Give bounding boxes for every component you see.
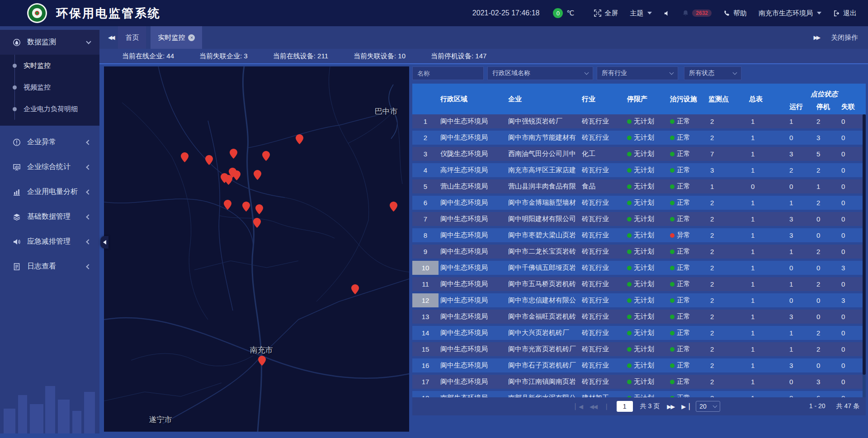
map-pin-icon[interactable] <box>221 173 228 183</box>
table-row[interactable]: 5营山生态环境局营山县润丰肉食品有限食品无计划正常10010 <box>412 179 866 193</box>
sidebar-group-6[interactable]: 日志查看 <box>0 254 99 279</box>
map-pin-icon[interactable] <box>351 284 359 294</box>
map-pin-icon[interactable] <box>242 202 250 212</box>
name-filter-field[interactable] <box>412 66 484 80</box>
map-city-label: 遂宁市 <box>149 414 172 425</box>
cell-industry: 食品 <box>580 182 625 191</box>
table-row[interactable]: 16阆中生态环境局阆中市石子页岩机砖厂砖瓦行业无计划正常21300 <box>412 358 866 372</box>
bell-icon <box>682 9 689 17</box>
panel-collapse-handle[interactable] <box>100 236 108 249</box>
sidebar-item-0-1[interactable]: 视频监控 <box>0 76 99 98</box>
cell-stop: 0 <box>813 362 838 369</box>
tab-0[interactable]: 首页 <box>118 26 146 49</box>
sidebar-group-4[interactable]: 基础数据管理 <box>0 204 99 229</box>
tabs-scroll-left-icon[interactable]: ◀◀ <box>108 34 113 41</box>
sidebar-group-5[interactable]: 应急减排管理 <box>0 229 99 254</box>
status-filter-select[interactable]: 所有状态 <box>684 66 741 80</box>
status-dot-icon <box>670 363 675 368</box>
map-pin-icon[interactable] <box>224 200 231 210</box>
table-row[interactable]: 10阆中生态环境局阆中千佛镇五郎垭页岩砖瓦行业无计划正常21003 <box>412 261 866 275</box>
table-row[interactable]: 7阆中生态环境局阆中明阳建材有限公司砖瓦行业无计划正常21300 <box>412 212 866 226</box>
map-pin-icon[interactable] <box>253 218 261 228</box>
status-dot-icon <box>670 152 675 156</box>
table-row[interactable]: 8阆中生态环境局阆中市枣碧大梁山页岩砖瓦行业无计划异常21300 <box>412 228 866 242</box>
status-dot-icon <box>670 168 675 173</box>
map-pin-icon[interactable] <box>255 204 263 214</box>
logout-button[interactable]: 退出 <box>833 9 857 18</box>
scrollbar-thumb[interactable] <box>863 114 866 375</box>
cell-run: 3 <box>786 362 813 369</box>
tab-1[interactable]: 实时监控× <box>151 26 202 49</box>
map-pin-icon[interactable] <box>262 151 270 161</box>
map-pin-icon[interactable] <box>205 155 213 165</box>
cell-stop: 0 <box>813 264 838 272</box>
cell-stop: 2 <box>813 248 838 255</box>
region-filter-select[interactable]: 行政区域名称 <box>487 66 593 80</box>
prev-page-button[interactable]: ◀◀ <box>590 403 597 410</box>
cell-index: 10 <box>412 261 439 275</box>
map-panel[interactable]: 巴中市南充市遂宁市 <box>104 66 409 432</box>
first-page-button[interactable]: ▏◀ <box>575 403 582 410</box>
map-pin-icon[interactable] <box>230 149 237 159</box>
table-scrollbar[interactable] <box>863 114 866 397</box>
cell-index: 7 <box>412 212 439 226</box>
notifications-button[interactable]: 2632 <box>682 9 712 17</box>
tab-close-icon[interactable]: × <box>188 34 195 41</box>
close-operations-button[interactable]: 关闭操作 <box>831 33 858 42</box>
org-menu[interactable]: 南充市生态环境局 <box>759 9 821 18</box>
industry-filter-select[interactable]: 所有行业 <box>597 66 678 80</box>
sidebar-group-0[interactable]: 数据监测 <box>0 30 99 55</box>
sidebar-item-0-2[interactable]: 企业电力负荷明细 <box>0 98 99 120</box>
cell-monitor: 2 <box>707 362 747 369</box>
table-row[interactable]: 14阆中生态环境局阆中大兴页岩机砖厂砖瓦行业无计划正常21120 <box>412 326 866 340</box>
page-size-select[interactable]: 20 <box>696 401 720 412</box>
map-pin-icon[interactable] <box>181 152 189 162</box>
table-row[interactable]: 11阆中生态环境局阆中市五马桥页岩机砖砖瓦行业无计划正常21120 <box>412 277 866 291</box>
cell-run: 2 <box>786 166 813 174</box>
table-row[interactable]: 9阆中生态环境局阆中市二龙长宝页岩砖砖瓦行业无计划正常21120 <box>412 245 866 259</box>
help-button[interactable]: 帮助 <box>723 9 747 18</box>
map-pin-icon[interactable] <box>254 170 261 180</box>
cell-facility: 正常 <box>668 133 707 142</box>
sidebar-group-label: 企业综合统计 <box>27 162 87 172</box>
table-row[interactable]: 17阆中生态环境局阆中市江南镇阆南页岩砖瓦行业无计划正常21030 <box>412 375 866 389</box>
cell-run: 0 <box>786 264 813 272</box>
sidebar-group-2[interactable]: 企业综合统计 <box>0 155 99 179</box>
cell-company: 营山县润丰肉食品有限 <box>506 182 580 191</box>
cell-region: 南部生态环境局 <box>439 394 506 397</box>
last-page-button[interactable]: ▶▕ <box>681 403 689 410</box>
cell-lost: 0 <box>838 134 863 141</box>
cell-total: 1 <box>747 248 786 255</box>
table-row[interactable]: 4高坪生态环境局南充市高坪区王家店建砖瓦行业无计划正常31220 <box>412 163 866 177</box>
cell-plan: 无计划 <box>625 345 668 353</box>
tabs-scroll-right-icon[interactable]: ▶▶ <box>814 34 819 41</box>
fullscreen-button[interactable]: 全屏 <box>594 9 618 18</box>
theme-button[interactable]: 主题 <box>630 9 652 18</box>
table-row[interactable]: 18南部生态环境局南部县新华水泥有限公建材加工无计划正常21060 <box>412 391 866 397</box>
page-number-input[interactable] <box>617 401 633 412</box>
table-row[interactable]: 1阆中生态环境局阆中强锐页岩砖厂砖瓦行业无计划正常21120 <box>412 114 866 128</box>
alert-icon <box>13 138 21 146</box>
sidebar-group-3[interactable]: 企业用电量分析 <box>0 179 99 204</box>
cell-region: 阆中生态环境局 <box>439 296 506 305</box>
cell-monitor: 2 <box>707 297 747 304</box>
cell-total: 1 <box>747 280 786 288</box>
map-pin-icon[interactable] <box>229 168 236 178</box>
map-pin-icon[interactable] <box>390 202 397 212</box>
table-row[interactable]: 6阆中生态环境局阆中市金博瑞新型墙材砖瓦行业无计划正常21120 <box>412 196 866 210</box>
cell-company: 阆中市光富页岩机砖厂 <box>506 345 580 353</box>
table-row[interactable]: 13阆中生态环境局阆中市金福旺页岩机砖砖瓦行业无计划正常21300 <box>412 310 866 324</box>
map-pin-icon[interactable] <box>296 134 303 144</box>
table-row[interactable]: 3仪陇生态环境局西南油气田分公司川中化工无计划正常71350 <box>412 147 866 161</box>
name-filter-input[interactable] <box>417 70 479 77</box>
sidebar-item-0-0[interactable]: 实时监控 <box>0 55 99 76</box>
table-row[interactable]: 12阆中生态环境局阆中市忠信建材有限公砖瓦行业无计划正常21003 <box>412 293 866 307</box>
table-row[interactable]: 2阆中生态环境局阆中市南方节能建材有砖瓦行业无计划正常21030 <box>412 131 866 145</box>
table-row[interactable]: 15阆中生态环境局阆中市光富页岩机砖厂砖瓦行业无计划正常21120 <box>412 342 866 356</box>
next-page-button[interactable]: ▶▶ <box>667 403 674 410</box>
map-pin-icon[interactable] <box>258 356 266 366</box>
pager-divider: ❘ <box>604 403 609 410</box>
volume-button[interactable] <box>664 10 670 17</box>
sidebar-group-1[interactable]: 企业异常 <box>0 130 99 155</box>
cell-region: 阆中生态环境局 <box>439 264 506 272</box>
